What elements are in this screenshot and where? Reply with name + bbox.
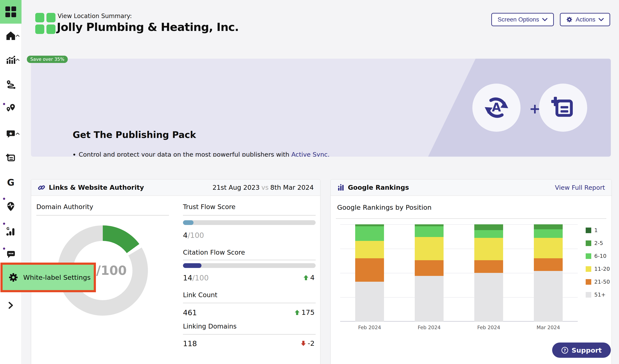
screen-options-label: Screen Options bbox=[497, 16, 539, 23]
chevron-up-icon[interactable] bbox=[15, 132, 20, 135]
link-count-value: 461 bbox=[183, 308, 197, 317]
citation-flow-label: Citation Flow Score bbox=[183, 249, 245, 256]
chevron-up-icon[interactable] bbox=[15, 34, 20, 37]
gear-icon bbox=[8, 272, 18, 283]
post-plus-icon bbox=[550, 95, 576, 121]
google-analytics-icon: G bbox=[6, 227, 16, 236]
date-to: 8th Mar 2024 bbox=[270, 184, 314, 191]
stacked-bar bbox=[415, 224, 444, 322]
sidebar-item-gbp-audit[interactable] bbox=[0, 202, 22, 211]
bar-segment-51+ bbox=[355, 282, 384, 322]
home-icon bbox=[6, 31, 15, 40]
banner-bullet: Control and protect your data on the mos… bbox=[79, 149, 373, 157]
chat-bubble-icon bbox=[6, 249, 16, 259]
legend-item: 1 bbox=[586, 227, 610, 233]
links-card-title: Links & Website Authority bbox=[49, 184, 144, 191]
link-count-label: Link Count bbox=[183, 291, 217, 299]
divider bbox=[183, 260, 316, 260]
sidebar: ★ G G bbox=[0, 0, 22, 364]
legend-swatch bbox=[586, 228, 591, 233]
legend-label: 2-5 bbox=[594, 240, 603, 246]
x-axis-label: Feb 2024 bbox=[408, 325, 450, 330]
citation-flow-trend: 4 bbox=[303, 273, 315, 282]
screen-options-button[interactable]: Screen Options bbox=[491, 13, 554, 26]
divider bbox=[36, 215, 169, 216]
banner-artwork: A + bbox=[428, 59, 611, 157]
chevron-up-icon[interactable] bbox=[15, 58, 20, 61]
chart-legend: 12-56-1011-2021-5051+ bbox=[586, 227, 610, 298]
sync-icon: A bbox=[482, 94, 510, 122]
sidebar-item-listings[interactable] bbox=[0, 153, 22, 162]
trust-flow-value: 4/100 bbox=[183, 231, 204, 240]
sidebar-collapse-toggle[interactable] bbox=[0, 300, 22, 310]
arrow-up-icon bbox=[295, 310, 300, 315]
page-title: Jolly Plumbing & Heating, Inc. bbox=[57, 21, 239, 34]
chart-subtitle: Google Rankings by Position bbox=[337, 203, 432, 211]
citation-flow-bar bbox=[183, 263, 316, 268]
legend-swatch bbox=[586, 241, 591, 246]
question-circle-icon: ? bbox=[561, 347, 568, 354]
bar-segment-21-50 bbox=[415, 260, 444, 276]
legend-swatch bbox=[586, 279, 591, 285]
links-card-header: Links & Website Authority 21st Aug 2023v… bbox=[31, 179, 320, 196]
divider bbox=[336, 218, 606, 219]
legend-label: 6-10 bbox=[594, 253, 606, 259]
legend-item: 51+ bbox=[586, 292, 610, 298]
stacked-bar bbox=[474, 224, 503, 322]
banner-bullets: Control and protect your data on the mos… bbox=[79, 149, 373, 157]
legend-item: 21-50 bbox=[586, 279, 610, 285]
arrow-up-icon bbox=[303, 275, 309, 280]
bar-segment-6-10 bbox=[474, 230, 503, 238]
divider bbox=[183, 303, 316, 303]
rankings-card-title: Google Rankings bbox=[348, 184, 409, 191]
banner-title: Get The Publishing Pack bbox=[73, 130, 196, 140]
domain-authority-label: Domain Authority bbox=[36, 203, 93, 211]
bar-segment-51+ bbox=[534, 271, 563, 322]
bar-segment-11-20 bbox=[534, 238, 563, 258]
view-full-report-link[interactable]: View Full Report bbox=[555, 184, 605, 191]
bar-chart-icon bbox=[6, 55, 16, 65]
eyebrow-label: View Location Summary: bbox=[58, 13, 132, 20]
stacked-bar bbox=[534, 224, 563, 322]
publishing-pack-banner: A + Get The Publishing Pack Control and … bbox=[31, 59, 611, 157]
bar-segment-21-50 bbox=[355, 258, 384, 282]
sidebar-item-google-analytics[interactable]: G bbox=[0, 227, 22, 236]
sidebar-item-google[interactable]: G bbox=[0, 178, 22, 188]
white-label-settings-callout[interactable]: White-label Settings bbox=[0, 263, 96, 292]
active-sync-link[interactable]: Active Sync. bbox=[291, 151, 330, 157]
x-axis-label: Feb 2024 bbox=[349, 325, 391, 330]
legend-swatch bbox=[586, 253, 591, 259]
bar-segment-11-20 bbox=[474, 238, 503, 260]
legend-item: 11-20 bbox=[586, 266, 610, 272]
stacked-bar bbox=[355, 224, 384, 322]
actions-button[interactable]: Actions bbox=[560, 13, 610, 26]
sidebar-item-messaging[interactable] bbox=[0, 249, 22, 259]
legend-label: 11-20 bbox=[594, 266, 610, 272]
svg-text:?: ? bbox=[564, 348, 566, 353]
bar-segment-11-20 bbox=[355, 241, 384, 258]
bar-segment-51+ bbox=[415, 276, 444, 322]
header-actions: Screen Options Actions bbox=[491, 13, 610, 26]
bar-segment-11-20 bbox=[415, 237, 444, 260]
link-icon bbox=[38, 184, 45, 191]
app-logo[interactable] bbox=[0, 0, 22, 24]
bar-segment-2-5 bbox=[534, 224, 563, 229]
bar-segment-6-10 bbox=[355, 226, 384, 241]
legend-label: 1 bbox=[594, 227, 598, 233]
bar-segment-2-5 bbox=[415, 224, 444, 226]
support-button[interactable]: ? Support bbox=[552, 342, 611, 358]
sidebar-item-citations[interactable] bbox=[0, 80, 22, 90]
map-pins-icon bbox=[6, 103, 16, 113]
svg-text:A: A bbox=[492, 100, 501, 114]
google-g-icon: G bbox=[6, 178, 16, 188]
chevron-down-icon bbox=[542, 18, 548, 21]
legend-label: 51+ bbox=[594, 292, 606, 298]
legend-item: 6-10 bbox=[586, 253, 610, 259]
sidebar-item-locations[interactable] bbox=[0, 103, 22, 113]
vs-label: vs bbox=[260, 184, 270, 191]
white-label-settings-label: White-label Settings bbox=[23, 273, 91, 281]
google-rankings-card: Google Rankings View Full Report Google … bbox=[330, 179, 612, 364]
legend-swatch bbox=[586, 266, 591, 272]
chevron-right-icon bbox=[8, 302, 14, 309]
trust-flow-label: Trust Flow Score bbox=[183, 203, 235, 211]
